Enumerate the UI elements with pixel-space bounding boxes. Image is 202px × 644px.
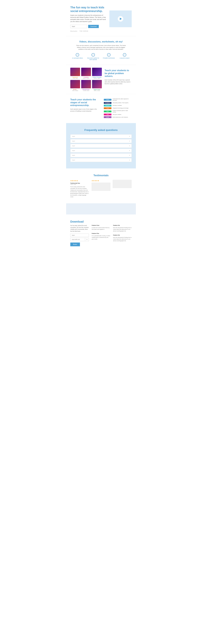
char-loc-critical: Satoshi, Japan xyxy=(92,78,102,79)
faq-item-3[interactable]: Input ▾ xyxy=(70,144,132,148)
check-icon-project: ✓ xyxy=(123,53,126,56)
chevron-down-icon-3: ▾ xyxy=(129,145,130,146)
features-grid: ✓ 14 animated videos ✓ Discussion guides… xyxy=(70,53,132,60)
stage-team: Team Understand the skills required to s… xyxy=(104,98,132,101)
download-input-icon[interactable] xyxy=(70,238,85,241)
char-name-creativity: Creativity xyxy=(81,76,91,78)
char-digital: Digital Skills Beeta, Jordan xyxy=(92,80,102,91)
testimonials-title: Testimonials xyxy=(70,174,132,177)
characters-section: Teamwork Putin, India Creativity Adrian,… xyxy=(66,65,136,94)
char-name-critical: Critical Thinking xyxy=(92,76,102,78)
stage-plan: Plan Create a business plan to raise mon… xyxy=(104,110,132,113)
stages-section: Teach your students the stages of social… xyxy=(66,94,136,123)
testimonial-2: ★★★★★ xyxy=(92,180,111,198)
stage-scale: Scale Build awareness, and measure. xyxy=(104,116,132,118)
stage-badge-solution: Solution xyxy=(104,105,112,106)
stage-badge-team: Team xyxy=(104,99,112,100)
stage-problem: Problem Articulate problem. Find experts… xyxy=(104,102,132,104)
faq-placeholder-5: Input xyxy=(72,154,75,156)
testimonials-grid: ★★★★★ Testimonial One Client, Date Far f… xyxy=(70,180,132,198)
char-img-creativity xyxy=(81,68,91,76)
feature-label-videos: 14 animated videos xyxy=(72,57,83,59)
stage-desc-scale: Build awareness, and measure. xyxy=(112,116,128,118)
faq-section: Frequently asked questions Input ▾ Input… xyxy=(66,123,136,168)
stages-heading: Teach your students the stages of social… xyxy=(70,98,101,107)
hero-logos: Mashable THE VERGE xyxy=(70,30,106,32)
stage-desc-tech: Integrate technology and design. xyxy=(112,108,129,109)
feature-four-text: A small river named Duden flows by their… xyxy=(92,227,110,230)
feature-item-videos: ✓ 14 animated videos xyxy=(70,53,85,60)
stages-description: Each episode maps to one of nine stages … xyxy=(70,108,101,112)
stage-test: Test Test your solution. xyxy=(104,114,132,116)
download-section: Download Far far away, behind the word m… xyxy=(66,214,136,252)
faq-item-6[interactable]: Input ▾ xyxy=(70,158,132,162)
characters-grid: Teamwork Putin, India Creativity Adrian,… xyxy=(70,68,102,91)
hero-video-thumbnail[interactable] xyxy=(109,10,132,27)
faq-placeholder-1: Input xyxy=(72,136,75,137)
char-img-social xyxy=(70,80,80,88)
stage-desc-problem: Articulate problem. Find experts. xyxy=(112,102,128,104)
char-name-entrepreneur: Entrepreneur xyxy=(81,89,91,90)
char-loc-creativity: Adrian, France xyxy=(81,78,91,79)
feature-item-worksheets: ✓ Printable Worksheets xyxy=(102,53,116,60)
feature-label-worksheets: Printable Worksheets xyxy=(103,57,115,59)
hero-download-button[interactable]: Download xyxy=(88,25,99,28)
videos-section: Videos, discussions, worksheets, oh my! … xyxy=(66,36,136,65)
testimonial-3 xyxy=(112,180,132,198)
stages-left: Teach your students the stages of social… xyxy=(70,98,101,112)
feature-label-project: Long-term project xyxy=(120,57,130,59)
faq-item-1[interactable]: Input ▾ xyxy=(70,134,132,138)
chevron-down-icon-1: ▾ xyxy=(129,136,130,137)
faq-placeholder-3: Input xyxy=(72,145,75,146)
testimonial-1: ★★★★★ Testimonial One Client, Date Far f… xyxy=(70,180,90,198)
hero-form: Download xyxy=(70,25,106,28)
faq-item-5[interactable]: Input ▾ xyxy=(70,153,132,157)
download-input[interactable] xyxy=(70,234,89,237)
download-button[interactable]: Button xyxy=(70,242,80,246)
testimonial-meta-1: Client, Date xyxy=(70,184,90,185)
char-name-teamwork: Teamwork xyxy=(70,76,80,78)
stage-desc-plan: Create a business plan to raise money. xyxy=(112,110,132,113)
stage-desc-solution: Develop a solution. xyxy=(112,105,122,106)
char-entrepreneur: Entrepreneur Cristina, Brazil xyxy=(81,80,91,91)
char-img-entrepreneur xyxy=(81,80,91,88)
videos-title: Videos, discussions, worksheets, oh my! xyxy=(70,40,132,43)
download-left: Far far away, behind the word mountains,… xyxy=(70,225,89,246)
feature-item-project: ✓ Long-term project xyxy=(118,53,132,60)
download-grid: Far far away, behind the word mountains,… xyxy=(70,225,132,246)
stage-tech: Tech Integrate technology and design. xyxy=(104,107,132,109)
char-name-social: Social... xyxy=(70,89,80,90)
faq-item-4[interactable]: Input ▾ xyxy=(70,148,132,152)
faq-list: Input ▾ Input ▾ Input ▾ Input ▾ Input ▾ … xyxy=(70,134,132,162)
char-teamwork: Teamwork Putin, India xyxy=(70,68,80,79)
stars-2: ★★★★★ xyxy=(92,180,111,182)
char-name-digital: Digital Skills xyxy=(92,89,102,90)
stage-badge-test: Test xyxy=(104,114,112,116)
char-creativity: Creativity Adrian, France xyxy=(81,68,91,79)
stage-badge-plan: Plan xyxy=(104,110,112,112)
feature-col-1: Feature Four A small river named Duden f… xyxy=(92,225,110,246)
hero-section: The fun way to teach kids social entrepr… xyxy=(66,0,136,36)
faq-item-2[interactable]: Input ▾ xyxy=(70,139,132,143)
chevron-down-icon-4: ▾ xyxy=(129,150,130,151)
stage-badge-tech: Tech xyxy=(104,107,112,109)
char-loc-teamwork: Putin, India xyxy=(70,78,80,79)
feature-six-title-2: Feature Six xyxy=(113,234,132,236)
testimonials-section: Testimonials ★★★★★ Testimonial One Clien… xyxy=(66,168,136,203)
stage-solution: Solution Develop a solution. xyxy=(104,105,132,106)
check-icon-guides: ✓ xyxy=(92,53,95,56)
hero-email-input[interactable] xyxy=(70,25,87,28)
hero-title: The fun way to teach kids social entrepr… xyxy=(70,6,106,13)
chevron-down-icon-2: ▾ xyxy=(129,140,130,142)
char-img-teamwork xyxy=(70,68,80,76)
mashable-logo: Mashable xyxy=(70,30,77,32)
stars-1: ★★★★★ xyxy=(70,180,90,182)
char-loc-social: Kelile, Malawi xyxy=(70,90,80,91)
download-title: Download xyxy=(70,220,132,223)
faq-placeholder-4: Input xyxy=(72,150,75,151)
hero-left: The fun way to teach kids social entrepr… xyxy=(70,6,106,32)
char-loc-digital: Beeta, Jordan xyxy=(92,90,102,91)
faq-placeholder-6: Input xyxy=(72,159,75,161)
play-button[interactable] xyxy=(118,16,123,22)
char-img-digital xyxy=(92,80,102,88)
